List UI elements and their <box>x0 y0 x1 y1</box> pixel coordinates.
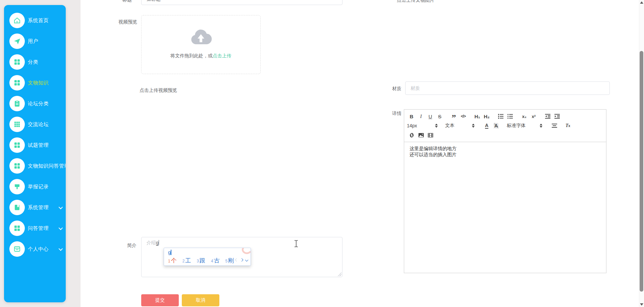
header-2-button[interactable]: H₂ <box>482 112 491 120</box>
link-icon <box>409 132 415 138</box>
bold-button[interactable]: B <box>407 112 416 120</box>
ime-caret <box>171 250 171 255</box>
video-upload-dropzone[interactable]: 将文件拖到此处，或点击上传 <box>141 15 261 74</box>
sidebar-item-relic-knowledge[interactable]: 文物知识 <box>4 72 66 93</box>
sidebar-item-forum[interactable]: 交流论坛 <box>4 114 66 135</box>
text-color-button[interactable]: A <box>482 122 491 130</box>
ime-candidate[interactable]: 1个 <box>168 257 177 264</box>
outdent-icon <box>545 114 551 119</box>
image-button[interactable] <box>416 131 426 139</box>
sidebar-item-reports[interactable]: 举报记录 <box>4 176 66 197</box>
grid-dense-icon <box>9 117 25 132</box>
upload-cloud-icon <box>190 29 212 45</box>
ime-candidate[interactable]: 5刚 <box>225 257 234 264</box>
sidebar-item-label: 文物知识 <box>28 80 49 86</box>
sidebar-item-label: 试题管理 <box>28 142 49 148</box>
ime-prev-page-icon[interactable] <box>235 258 238 262</box>
sidebar-item-questions[interactable]: 试题管理 <box>4 135 66 156</box>
ime-candidate-window: g 1个 2工 3跟 4古 5刚 <box>164 248 251 266</box>
sidebar-item-home[interactable]: 系统首页 <box>4 10 66 31</box>
italic-button[interactable]: I <box>416 112 426 120</box>
card-icon <box>9 241 25 257</box>
background-color-button[interactable]: A <box>491 122 501 130</box>
scrollbar-thumb[interactable] <box>640 51 643 292</box>
sidebar-item-label: 系统首页 <box>28 17 49 24</box>
grid-icon <box>9 54 25 70</box>
bullet-list-icon <box>507 114 513 119</box>
superscript-button[interactable]: x² <box>529 112 538 120</box>
header-1-button[interactable]: H₁ <box>473 112 482 120</box>
code-block-button[interactable]: </> <box>459 112 468 120</box>
image-icon <box>418 133 424 138</box>
ime-next-page-icon[interactable] <box>240 258 244 262</box>
ime-candidate[interactable]: 2工 <box>182 257 191 264</box>
indent-icon <box>554 114 560 119</box>
sidebar-item-categories[interactable]: 分类 <box>4 52 66 72</box>
video-button[interactable] <box>426 131 435 139</box>
upload-link[interactable]: 点击上传 <box>213 53 231 58</box>
editor-content[interactable]: 这里是编辑详情的地方 还可以适当的插入图片 <box>404 142 606 274</box>
sidebar-item-label: 举报记录 <box>28 184 49 190</box>
detail-label: 详情 <box>392 111 401 117</box>
scrollbar-down-arrow[interactable] <box>640 303 643 306</box>
intro-label: 简介 <box>127 243 137 249</box>
sidebar-item-forum-categories[interactable]: 论坛分类 <box>4 93 66 114</box>
textarea-resize-handle[interactable] <box>338 272 341 276</box>
ordered-list-icon <box>498 114 504 119</box>
bullet-list-button[interactable] <box>505 112 515 120</box>
align-button[interactable] <box>550 122 559 130</box>
grid-icon <box>9 221 25 236</box>
text-caret <box>159 240 159 245</box>
sidebar-item-relic-qa[interactable]: 文物知识问答管理 <box>4 156 66 176</box>
video-preview-label: 视频预览 <box>118 19 137 25</box>
title-label: 标题 <box>113 0 132 3</box>
chevron-down-icon <box>59 246 63 251</box>
font-family-picker[interactable]: 标准字体 <box>507 123 542 129</box>
submit-button[interactable]: 提交 <box>141 294 179 306</box>
editor-toolbar: B I U S ” </> H₁ H₂ x₂ <box>404 110 606 142</box>
clean-format-button[interactable]: Tx <box>563 122 573 130</box>
text-style-picker[interactable]: 文本 <box>445 123 475 129</box>
ime-candidate[interactable]: 4古 <box>211 257 220 264</box>
home-icon <box>9 13 25 28</box>
detail-editor: B I U S ” </> H₁ H₂ x₂ <box>404 109 606 273</box>
material-input[interactable] <box>405 81 610 95</box>
ime-logo-icon <box>239 248 251 256</box>
brush-icon <box>9 179 25 194</box>
indent-button[interactable] <box>552 112 562 120</box>
sidebar-item-qa[interactable]: 问答管理 <box>4 218 66 239</box>
chevron-down-icon <box>59 226 63 230</box>
underline-button[interactable]: U <box>426 112 435 120</box>
align-icon <box>552 124 557 128</box>
material-label: 材质 <box>392 86 401 92</box>
title-input[interactable] <box>141 0 342 5</box>
scrollbar-up-arrow[interactable] <box>640 1 643 4</box>
book-icon <box>9 200 25 215</box>
ime-paging <box>235 259 248 261</box>
chevron-down-icon <box>59 205 63 209</box>
outdent-button[interactable] <box>543 112 552 120</box>
ime-candidate-list: 1个 2工 3跟 4古 5刚 <box>168 257 234 264</box>
blockquote-button[interactable]: ” <box>449 112 459 120</box>
cancel-button[interactable]: 取消 <box>182 294 219 306</box>
sidebar-item-label: 问答管理 <box>28 225 49 232</box>
paper-plane-icon <box>9 34 25 49</box>
sidebar-item-users[interactable]: 用户 <box>4 31 66 52</box>
ordered-list-button[interactable] <box>496 112 505 120</box>
picker-arrows-icon <box>472 124 475 128</box>
sidebar-item-label: 论坛分类 <box>28 101 49 107</box>
grid-icon <box>9 158 25 174</box>
subscript-button[interactable]: x₂ <box>520 112 529 120</box>
font-size-picker[interactable]: 14px <box>407 123 438 128</box>
sidebar-item-system[interactable]: 系统管理 <box>4 197 66 218</box>
link-button[interactable] <box>407 131 416 139</box>
sidebar-item-profile[interactable]: 个人中心 <box>4 239 66 259</box>
sidebar: 系统首页 用户 分类 文物知识 论坛分类 交流论坛 试题管理 <box>4 5 66 302</box>
ime-candidate[interactable]: 3跟 <box>197 257 205 264</box>
sidebar-item-label: 用户 <box>28 38 38 45</box>
picker-arrows-icon <box>540 124 542 128</box>
sidebar-item-label: 系统管理 <box>28 204 49 211</box>
clipboard-icon <box>9 96 25 111</box>
strike-button[interactable]: S <box>435 112 444 120</box>
ime-expand-icon[interactable] <box>245 258 249 262</box>
